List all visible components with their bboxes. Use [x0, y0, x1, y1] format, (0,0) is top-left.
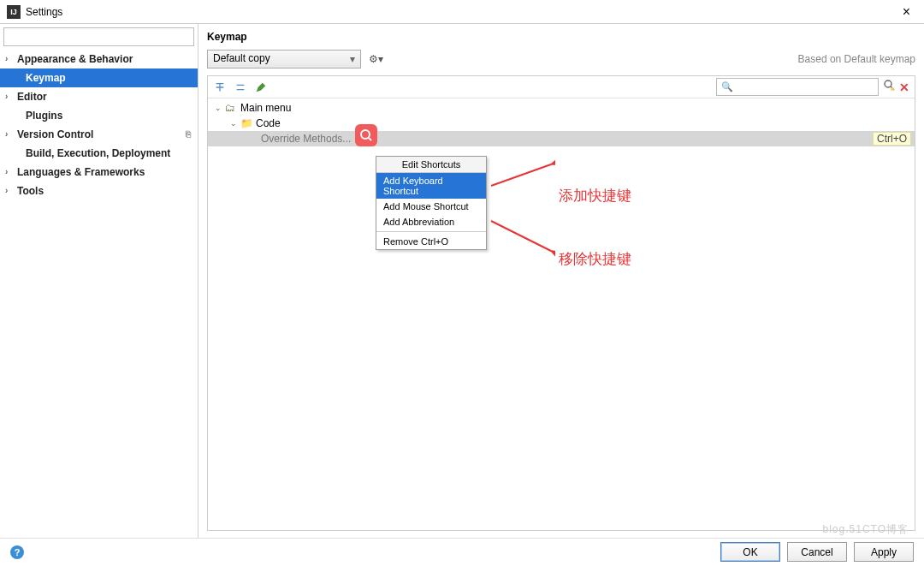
app-icon: IJ — [7, 5, 21, 19]
svg-point-1 — [891, 87, 894, 91]
cancel-button[interactable]: Cancel — [787, 542, 847, 562]
sidebar-item-label: Build, Execution, Deployment — [26, 147, 170, 159]
menu-add-mouse-shortcut[interactable]: Add Mouse Shortcut — [376, 199, 486, 214]
tree-label: Main menu — [240, 102, 291, 114]
annotation-remove: 移除快捷键 — [559, 249, 631, 269]
shortcut-badge: Ctrl+O — [873, 132, 911, 146]
sidebar-item-tools[interactable]: ›Tools — [0, 182, 198, 200]
edit-icon[interactable] — [254, 80, 268, 94]
annotation-arrow — [487, 160, 555, 194]
sidebar: 🔍 ›Appearance & BehaviorKeymap›EditorPlu… — [0, 24, 198, 538]
watermark-search-badge — [355, 124, 377, 146]
sidebar-nav: ›Appearance & BehaviorKeymap›EditorPlugi… — [0, 50, 198, 538]
ok-button[interactable]: OK — [720, 542, 780, 562]
sidebar-item-label: Tools — [17, 185, 44, 197]
tree-label: Override Methods... — [261, 133, 351, 145]
annotation-arrow — [487, 217, 555, 259]
gear-icon[interactable]: ⚙▾ — [366, 50, 385, 69]
chevron-down-icon: ⌄ — [230, 119, 240, 128]
chevron-down-icon: ⌄ — [215, 104, 225, 112]
content-title: Keymap — [207, 29, 915, 50]
sidebar-item-appearance-behavior[interactable]: ›Appearance & Behavior — [0, 50, 198, 69]
sidebar-item-label: Languages & Frameworks — [17, 166, 145, 178]
menu-separator — [376, 231, 486, 232]
close-icon[interactable]: × — [896, 4, 917, 20]
content-panel: Keymap Default copy ⚙▾ Based on Default … — [198, 24, 924, 538]
menu-folder-icon: 🗂 — [225, 102, 239, 114]
sidebar-item-label: Version Control — [17, 128, 93, 140]
clear-icon[interactable]: ✕ — [899, 80, 909, 94]
keymap-select[interactable]: Default copy — [207, 50, 361, 69]
sidebar-item-keymap[interactable]: Keymap — [0, 69, 198, 87]
sidebar-item-label: Keymap — [26, 72, 66, 84]
tree-search-input[interactable] — [716, 78, 879, 96]
tree-toolbar: 🔍 ✕ — [208, 76, 915, 98]
tree-label: Code — [256, 117, 281, 129]
keymap-select-value: Default copy — [213, 52, 270, 64]
chevron-right-icon: › — [5, 167, 8, 176]
watermark-text: blog.51CTO博客 — [823, 522, 909, 537]
sidebar-item-editor[interactable]: ›Editor — [0, 87, 198, 106]
tree-row-override-methods[interactable]: Override Methods... Ctrl+O — [208, 131, 915, 146]
svg-point-2 — [361, 130, 370, 139]
sidebar-item-languages-frameworks[interactable]: ›Languages & Frameworks — [0, 163, 198, 182]
sidebar-item-plugins[interactable]: Plugins — [0, 106, 198, 125]
find-action-icon[interactable] — [882, 79, 896, 95]
context-menu: Edit Shortcuts Add Keyboard Shortcut Add… — [376, 156, 487, 250]
menu-remove-shortcut[interactable]: Remove Ctrl+O — [376, 234, 486, 249]
based-on-label: Based on Default keymap — [798, 53, 915, 65]
svg-point-0 — [885, 80, 891, 87]
chevron-right-icon: › — [5, 186, 8, 195]
chevron-right-icon: › — [5, 92, 8, 101]
expand-all-icon[interactable] — [213, 80, 227, 94]
tree-row-code[interactable]: ⌄ 📁 Code — [208, 116, 915, 131]
annotation-add: 添加快捷键 — [559, 186, 631, 206]
menu-add-abbreviation[interactable]: Add Abbreviation — [376, 214, 486, 229]
menu-add-keyboard-shortcut[interactable]: Add Keyboard Shortcut — [376, 173, 486, 199]
sidebar-item-version-control[interactable]: ›Version Control⎘ — [0, 125, 198, 144]
tree-row-main-menu[interactable]: ⌄ 🗂 Main menu — [208, 100, 915, 116]
search-icon: 🔍 — [721, 81, 733, 92]
sidebar-item-label: Plugins — [26, 110, 62, 122]
apply-button[interactable]: Apply — [854, 542, 914, 562]
titlebar: IJ Settings × — [0, 0, 924, 24]
sidebar-item-build-execution-deployment[interactable]: Build, Execution, Deployment — [0, 144, 198, 163]
tree-panel: 🔍 ✕ ⌄ 🗂 Main menu ⌄ 📁 Code — [207, 75, 915, 531]
sidebar-item-label: Editor — [17, 91, 47, 103]
chevron-right-icon: › — [5, 129, 8, 139]
tree-body: ⌄ 🗂 Main menu ⌄ 📁 Code Override Methods.… — [208, 98, 915, 146]
collapse-all-icon[interactable] — [234, 80, 247, 94]
sidebar-item-label: Appearance & Behavior — [17, 53, 133, 65]
window-title: Settings — [26, 6, 62, 18]
chevron-right-icon: › — [5, 54, 8, 63]
help-icon[interactable]: ? — [10, 545, 24, 559]
footer: ? OK Cancel Apply — [0, 538, 924, 565]
folder-icon: 📁 — [240, 117, 254, 129]
vcs-badge-icon: ⎘ — [186, 129, 191, 139]
sidebar-search-input[interactable] — [3, 27, 194, 46]
context-menu-header: Edit Shortcuts — [376, 157, 486, 173]
